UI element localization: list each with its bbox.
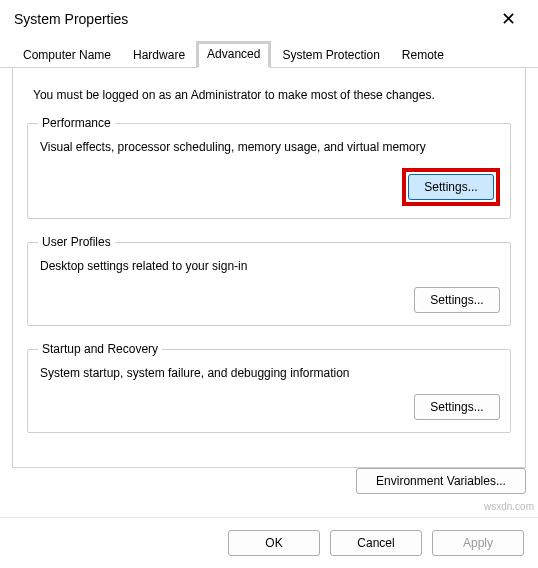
close-icon[interactable]: ✕ — [493, 8, 524, 30]
advanced-pane: You must be logged on as an Administrato… — [12, 68, 526, 468]
group-performance-desc: Visual effects, processor scheduling, me… — [40, 140, 498, 154]
system-properties-window: System Properties ✕ Computer Name Hardwa… — [0, 0, 538, 568]
group-startup-recovery-legend: Startup and Recovery — [38, 342, 162, 356]
group-user-profiles: User Profiles Desktop settings related t… — [27, 235, 511, 326]
environment-variables-button[interactable]: Environment Variables... — [356, 468, 526, 494]
window-title: System Properties — [14, 11, 128, 27]
apply-button[interactable]: Apply — [432, 530, 524, 556]
tab-hardware[interactable]: Hardware — [122, 41, 196, 68]
watermark: wsxdn.com — [484, 501, 534, 512]
group-performance-legend: Performance — [38, 116, 115, 130]
startup-recovery-settings-button[interactable]: Settings... — [414, 394, 500, 420]
performance-settings-highlight: Settings... — [402, 168, 500, 206]
group-user-profiles-desc: Desktop settings related to your sign-in — [40, 259, 498, 273]
user-profiles-settings-button[interactable]: Settings... — [414, 287, 500, 313]
tab-remote[interactable]: Remote — [391, 41, 455, 68]
tab-advanced[interactable]: Advanced — [196, 41, 271, 68]
group-startup-recovery-desc: System startup, system failure, and debu… — [40, 366, 498, 380]
titlebar: System Properties ✕ — [0, 0, 538, 40]
env-row: Environment Variables... — [12, 468, 526, 494]
performance-settings-button[interactable]: Settings... — [408, 174, 494, 200]
tab-system-protection[interactable]: System Protection — [271, 41, 390, 68]
group-performance: Performance Visual effects, processor sc… — [27, 116, 511, 219]
tab-computer-name[interactable]: Computer Name — [12, 41, 122, 68]
ok-button[interactable]: OK — [228, 530, 320, 556]
group-user-profiles-legend: User Profiles — [38, 235, 115, 249]
cancel-button[interactable]: Cancel — [330, 530, 422, 556]
tab-strip: Computer Name Hardware Advanced System P… — [0, 40, 538, 68]
admin-note: You must be logged on as an Administrato… — [33, 88, 507, 102]
dialog-buttons: OK Cancel Apply — [0, 517, 538, 568]
group-startup-recovery: Startup and Recovery System startup, sys… — [27, 342, 511, 433]
